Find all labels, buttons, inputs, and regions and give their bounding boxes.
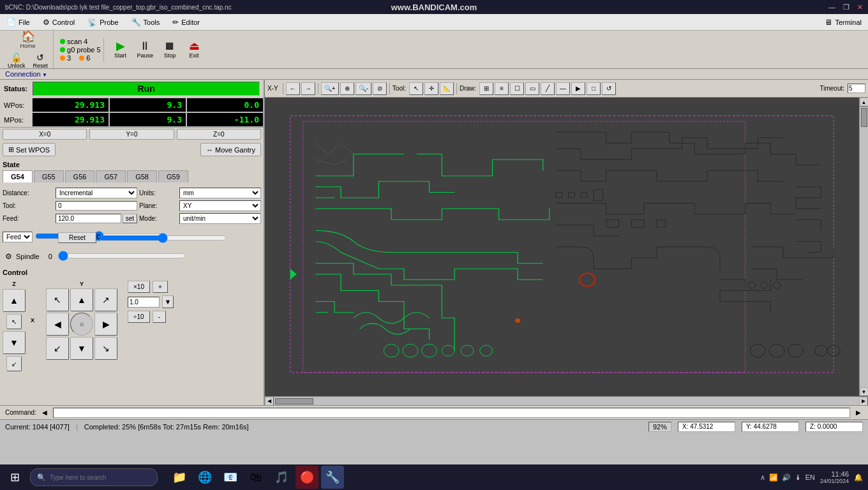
zoom-out-button[interactable]: 🔍-	[355, 82, 371, 95]
timeout-input[interactable]	[848, 84, 865, 93]
feed-reset-button[interactable]: Reset	[58, 232, 96, 243]
tool-input[interactable]	[56, 201, 137, 211]
z-down-button[interactable]: ▼	[3, 331, 26, 354]
scroll-right-button[interactable]: →	[301, 82, 315, 95]
pause-button[interactable]: ⏸ Pause	[135, 39, 156, 60]
plane-select[interactable]: XY	[179, 200, 261, 211]
draw-rotate-button[interactable]: ↺	[602, 82, 616, 95]
taskbar-search-input[interactable]	[50, 474, 146, 481]
h-scroll-thumb[interactable]	[275, 398, 313, 405]
spindle-slider[interactable]	[58, 251, 186, 261]
zoom-circle-button[interactable]: ⊘	[373, 82, 387, 95]
draw-rapid-button[interactable]: ▶	[571, 82, 585, 95]
feed-set-button[interactable]: set	[123, 214, 137, 223]
jog-se-button[interactable]: ↘	[94, 337, 117, 360]
jog-ne-button[interactable]: ↗	[94, 288, 117, 311]
maximize-button[interactable]: ❐	[843, 3, 849, 11]
cmd-scroll-left[interactable]: ◀	[40, 409, 49, 416]
mode-select[interactable]: unit/min	[179, 213, 261, 224]
menu-file[interactable]: 📄 File	[0, 14, 36, 30]
jog-sw-button[interactable]: ↙	[46, 337, 69, 360]
feed-input[interactable]	[56, 214, 121, 223]
z-diag-dl-button[interactable]: ↙	[6, 356, 22, 371]
tab-g58[interactable]: G58	[127, 170, 157, 182]
step-x10-button[interactable]: ×10	[128, 281, 150, 293]
taskbar-app-explorer[interactable]: 📁	[168, 466, 191, 489]
tab-g55[interactable]: G55	[34, 170, 64, 182]
search-bar[interactable]: 🔍	[30, 468, 158, 486]
start-menu-button[interactable]: ⊞	[5, 468, 25, 487]
vertical-scrollbar[interactable]: ▲ ▼	[859, 98, 868, 396]
notification-button[interactable]: 🔔	[854, 473, 863, 482]
tray-chevron[interactable]: ∧	[760, 473, 765, 482]
feed-slider2[interactable]	[99, 233, 227, 243]
draw-box-button[interactable]: ☐	[510, 82, 524, 95]
tab-g59[interactable]: G59	[158, 170, 188, 182]
menu-tools[interactable]: 🔧 Tools	[125, 14, 167, 30]
y-zero-button[interactable]: Y=0	[89, 129, 174, 140]
cmd-scroll-right[interactable]: ▶	[854, 409, 863, 416]
command-input[interactable]	[53, 408, 850, 418]
distance-select[interactable]: Incremental	[56, 188, 137, 198]
jog-w-button[interactable]: ◀	[46, 313, 69, 336]
set-wpos-button[interactable]: ⊞ Set WPOS	[3, 143, 56, 156]
tray-lang[interactable]: EN	[805, 473, 815, 481]
taskbar-app-music[interactable]: 🎵	[270, 466, 293, 489]
taskbar-app-browser[interactable]: 🌐	[193, 466, 216, 489]
tool-cursor-button[interactable]: ↖	[409, 82, 423, 95]
jog-e-button[interactable]: ▶	[94, 313, 117, 336]
units-select[interactable]: mm	[179, 188, 261, 198]
tray-battery[interactable]: 🌡	[795, 473, 802, 481]
reset-button[interactable]: ↺ Reset	[31, 52, 51, 70]
scroll-down-arrow[interactable]: ▼	[860, 387, 869, 396]
move-gantry-button[interactable]: ↔ Move Gantry	[200, 143, 261, 156]
taskbar-app-mail[interactable]: 📧	[219, 466, 242, 489]
step-value-input[interactable]	[128, 297, 160, 308]
tab-g56[interactable]: G56	[65, 170, 95, 182]
minimize-button[interactable]: —	[828, 3, 835, 11]
tab-g57[interactable]: G57	[96, 170, 126, 182]
scroll-thumb[interactable]	[861, 108, 867, 127]
menu-control[interactable]: ⚙ Control	[36, 14, 81, 30]
taskbar-app-store[interactable]: 🛍	[244, 466, 267, 489]
draw-lines-button[interactable]: ≡	[495, 82, 509, 95]
taskbar-app-bcnc[interactable]: 🔧	[321, 466, 344, 489]
start-button[interactable]: ▶ Start	[110, 39, 131, 60]
step-dropdown-button[interactable]: ▼	[162, 295, 174, 308]
tool-crosshair-button[interactable]: ✛	[424, 82, 438, 95]
zoom-fit-button[interactable]: ⊕	[340, 82, 354, 95]
draw-grid-button[interactable]: ⊞	[479, 82, 493, 95]
tab-g54[interactable]: G54	[3, 170, 33, 182]
x-zero-button[interactable]: X=0	[3, 129, 87, 140]
z-up-button[interactable]: ▲	[3, 289, 26, 312]
horizontal-scrollbar[interactable]: ◀ ▶	[265, 396, 868, 405]
scroll-left-arrow[interactable]: ◀	[265, 397, 274, 406]
tray-network[interactable]: 📶	[769, 473, 778, 482]
system-clock[interactable]: 11:46 24/01/2024	[820, 470, 849, 484]
pcb-canvas[interactable]	[265, 98, 859, 396]
draw-line-button[interactable]: ╱	[541, 82, 555, 95]
exit-button[interactable]: ⏏ Exit	[184, 39, 204, 60]
tool-measure-button[interactable]: 📐	[440, 82, 454, 95]
scroll-up-arrow[interactable]: ▲	[860, 98, 869, 107]
jog-nw-button[interactable]: ↖	[46, 288, 69, 311]
menu-editor[interactable]: ✏ Editor	[166, 14, 206, 30]
step-minus-button[interactable]: -	[153, 311, 166, 323]
unlock-button[interactable]: 🔓 Unlock	[5, 52, 28, 70]
stop-button[interactable]: ⏹ Stop	[160, 39, 180, 60]
step-div10-button[interactable]: ÷10	[128, 311, 150, 323]
taskbar-app-bandicam[interactable]: 🔴	[296, 466, 318, 489]
z-diag-ul-button[interactable]: ↖	[6, 314, 22, 329]
jog-n-button[interactable]: ▲	[70, 288, 93, 311]
scroll-right-arrow[interactable]: ▶	[859, 397, 868, 406]
tray-volume[interactable]: 🔊	[782, 473, 791, 482]
home-button[interactable]: 🏠 Home	[18, 29, 38, 50]
menu-probe[interactable]: 📡 Probe	[81, 14, 124, 30]
jog-s-button[interactable]: ▼	[70, 337, 93, 360]
zoom-in-button[interactable]: 🔍+	[321, 82, 339, 95]
draw-path-button[interactable]: —	[556, 82, 570, 95]
close-button[interactable]: ✕	[857, 3, 863, 11]
draw-origin-button[interactable]: □	[587, 82, 601, 95]
step-plus-button[interactable]: +	[153, 281, 168, 293]
z-zero-button[interactable]: Z=0	[177, 129, 261, 140]
